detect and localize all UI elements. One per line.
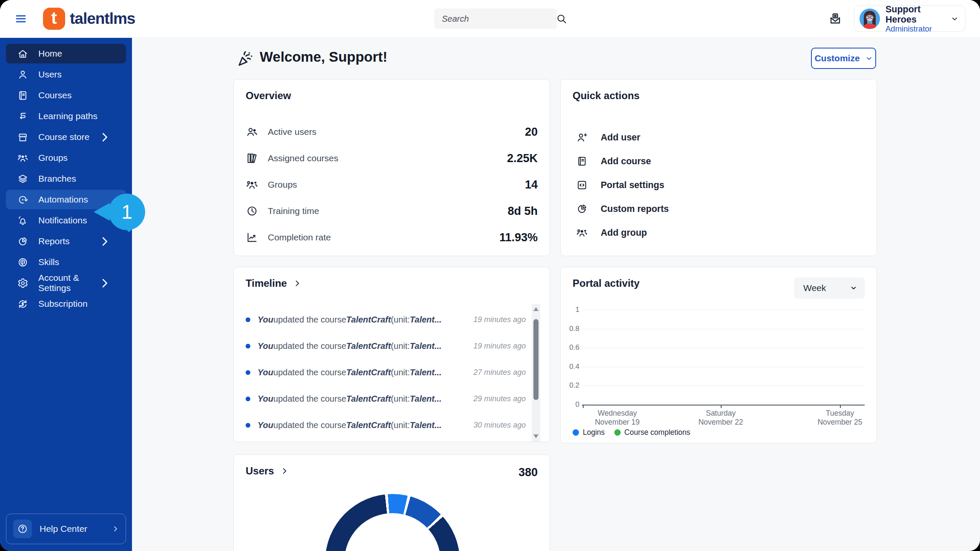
sidebar-item-home[interactable]: Home: [6, 44, 126, 63]
sidebar-item-groups[interactable]: Groups: [6, 148, 126, 168]
timeline-scrollbar[interactable]: [532, 304, 540, 442]
sidebar-item-subscription[interactable]: Subscription: [6, 294, 126, 314]
quick-action-add-course[interactable]: Add course: [573, 149, 865, 173]
timeline-timestamp: 19 minutes ago: [468, 342, 526, 351]
timeline-unit: Talent...: [410, 394, 442, 404]
timeline-title: Timeline: [246, 277, 287, 289]
timeline-action: updated the course: [273, 368, 346, 377]
user-name: Support Heroes: [885, 4, 951, 25]
chart-ytick-label: 0.6: [565, 343, 579, 352]
customize-button[interactable]: Customize: [811, 48, 876, 69]
overview-row-label: Completion rate: [268, 232, 331, 243]
learning-path-icon: [17, 111, 29, 122]
chart-gridline: [582, 385, 865, 386]
legend-item-course-completions: Course completions: [614, 428, 691, 437]
groups-icon: [17, 152, 29, 164]
sidebar-item-courses[interactable]: Courses: [6, 86, 126, 105]
books-icon: [246, 152, 258, 165]
chevron-right-icon[interactable]: [293, 280, 301, 287]
timeline-entry[interactable]: You updated the course TalentCraft (unit…: [246, 359, 526, 385]
chart-xtick-line1: Wednesday: [595, 409, 639, 418]
sidebar-item-label: Courses: [38, 90, 72, 100]
legend-dot: [573, 429, 579, 436]
timeline-actor: You: [258, 341, 273, 351]
chevron-right-icon: [99, 277, 110, 289]
logo-mark[interactable]: t: [43, 8, 65, 30]
timeline-unit: Talent...: [410, 368, 442, 377]
range-selected-value: Week: [803, 283, 826, 293]
timeline-unit-label: (unit:: [391, 394, 410, 404]
timeline-list: You updated the course TalentCraft (unit…: [246, 306, 526, 438]
chart-x-axis: [582, 405, 865, 405]
sidebar-item-label: Branches: [38, 174, 76, 184]
timeline-entry[interactable]: You updated the course TalentCraft (unit…: [246, 306, 526, 333]
chart-xtick-line2: November 22: [698, 418, 743, 427]
gear-icon: [17, 277, 29, 289]
quick-actions-list: Add userAdd coursePortal settingsCustom …: [573, 126, 865, 245]
sidebar-item-course-store[interactable]: Course store: [6, 127, 126, 147]
legend-label: Logins: [583, 428, 605, 437]
timeline-entry[interactable]: You updated the course TalentCraft (unit…: [246, 412, 526, 438]
overview-row-groups: Groups14: [246, 171, 538, 198]
chart-xtick-line2: November 19: [595, 418, 639, 427]
chevron-right-icon[interactable]: [281, 467, 288, 475]
timeline-card: Timeline You updated the course TalentCr…: [233, 267, 550, 442]
quick-action-custom-reports[interactable]: Custom reports: [573, 197, 865, 221]
sidebar-item-branches[interactable]: Branches: [6, 169, 126, 188]
layers-icon: [17, 173, 29, 185]
party-popper-icon: [237, 50, 255, 68]
timeline-entry[interactable]: You updated the course TalentCraft (unit…: [246, 333, 526, 359]
user-info: Support Heroes Administrator: [885, 4, 951, 34]
chart-xtick-label: WednesdayNovember 19: [595, 409, 639, 427]
sidebar-item-learning-paths[interactable]: Learning paths: [6, 106, 126, 126]
sidebar-item-label: Learning paths: [38, 111, 97, 121]
annotation-badge-tail: [94, 203, 110, 221]
groups-icon: [576, 227, 588, 239]
sidebar-item-reports[interactable]: Reports: [6, 231, 126, 251]
quick-action-add-group[interactable]: Add group: [573, 221, 865, 245]
scrollbar-thumb[interactable]: [533, 319, 539, 400]
sidebar-item-account-settings[interactable]: Account & Settings: [6, 273, 126, 293]
quick-action-label: Portal settings: [601, 180, 664, 191]
clock-icon: [246, 205, 258, 217]
overview-row-value: 2.25K: [507, 152, 538, 165]
sidebar-item-label: Reports: [38, 236, 70, 246]
groups-icon: [246, 178, 258, 191]
timeline-actor: You: [258, 315, 273, 325]
user-menu[interactable]: Support Heroes Administrator: [854, 6, 966, 32]
scrollbar-down-arrow[interactable]: [533, 434, 539, 438]
inbox-icon[interactable]: [828, 11, 843, 26]
home-icon: [17, 48, 29, 60]
timeline-actor: You: [258, 420, 273, 430]
timeline-timestamp: 27 minutes ago: [468, 368, 526, 377]
page-title: Welcome, Support!: [260, 49, 387, 65]
quick-action-label: Custom reports: [601, 204, 669, 214]
search-input[interactable]: [434, 9, 556, 29]
timeline-timestamp: 19 minutes ago: [468, 315, 526, 324]
overview-row-label: Groups: [268, 180, 297, 190]
timeline-dot: [246, 370, 250, 375]
chart-tickmark: [583, 405, 584, 408]
hamburger-menu-icon[interactable]: [13, 11, 29, 27]
sidebar-item-label: Account & Settings: [38, 273, 99, 293]
timeline-dot: [246, 397, 250, 401]
timeline-unit-label: (unit:: [391, 368, 410, 377]
overview-card: Overview Active users20Assigned courses2…: [233, 79, 550, 256]
scrollbar-up-arrow[interactable]: [533, 307, 539, 311]
timeline-course: TalentCraft: [346, 420, 391, 430]
renew-icon: [17, 298, 29, 310]
quick-action-add-user[interactable]: Add user: [573, 126, 865, 149]
logo-wordmark[interactable]: talentlms: [70, 0, 135, 37]
sidebar-item-users[interactable]: Users: [6, 65, 126, 84]
quick-action-portal-settings[interactable]: Portal settings: [573, 173, 865, 197]
range-dropdown[interactable]: Week: [794, 277, 865, 299]
sidebar-item-skills[interactable]: Skills: [6, 252, 126, 272]
donut-hole: [344, 513, 441, 551]
bell-icon: [17, 215, 29, 226]
search-icon[interactable]: [556, 13, 567, 24]
sidebar-item-help-center[interactable]: Help Center: [6, 514, 126, 544]
app-window: t talentlms: [0, 0, 980, 551]
sidebar-item-label: Home: [38, 49, 62, 59]
customize-label: Customize: [814, 53, 860, 63]
timeline-entry[interactable]: You updated the course TalentCraft (unit…: [246, 385, 526, 412]
